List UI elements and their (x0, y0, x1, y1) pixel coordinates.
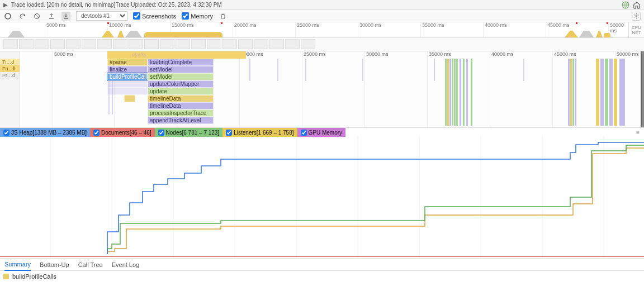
screenshot-thumb[interactable] (176, 39, 190, 49)
track-profile[interactable]: Pr…d (0, 72, 20, 79)
summary-panel: buildProfileCalls (0, 271, 644, 282)
overview-marker (607, 22, 608, 24)
activity-region[interactable] (596, 51, 629, 127)
overview-tick: 35000 ms (420, 22, 444, 37)
legend-more-icon[interactable]: ≡ (636, 130, 644, 136)
screenshot-thumb[interactable] (207, 39, 221, 49)
resize-handle[interactable] (641, 51, 644, 127)
chart-line-listeners (107, 148, 644, 254)
screenshot-thumb[interactable] (50, 39, 65, 49)
screenshot-thumb[interactable] (238, 39, 253, 49)
performance-toolbar: devtools #1 Screenshots Memory (0, 10, 644, 22)
download-icon[interactable] (61, 12, 70, 21)
overview-activity (8, 31, 25, 37)
screenshot-thumb[interactable] (285, 39, 300, 49)
screenshot-thumb[interactable] (3, 39, 18, 49)
screenshot-thumb[interactable] (82, 39, 96, 49)
flame-cell[interactable]: update (148, 88, 214, 95)
track-timings[interactable]: Ti…d (0, 59, 20, 65)
screenshot-thumb[interactable] (301, 39, 315, 49)
status-text: Trace loaded. [20m no detail, no minimap… (11, 2, 222, 8)
track-labels: Ti…d Fu…ll Pr…d (0, 51, 20, 127)
globe-icon[interactable] (622, 1, 629, 9)
flame-cell-selected[interactable]: buildProfileCalls (107, 73, 148, 80)
upload-icon[interactable] (47, 12, 56, 21)
svg-point-1 (5, 13, 11, 19)
flame-cell[interactable] (107, 88, 148, 95)
screenshot-thumb[interactable] (269, 39, 284, 49)
net-label: NET (629, 30, 644, 35)
legend-gpu[interactable]: GPU Memory (297, 128, 346, 137)
flame-cell[interactable]: finalize (107, 66, 148, 73)
legend-listeners[interactable]: Listeners[1 669 – 1 758] (222, 128, 297, 137)
screenshot-thumb[interactable] (113, 39, 127, 49)
screenshot-thumb[interactable] (160, 39, 174, 49)
detail-tabs: Summary Bottom-Up Call Tree Event Log (0, 259, 644, 271)
home-icon[interactable] (633, 1, 641, 9)
screenshot-thumb[interactable] (35, 39, 49, 49)
timeline-overview[interactable]: 5000 ms 10000 ms 15000 ms 20000 ms 25000… (0, 22, 644, 38)
screenshot-thumb[interactable] (254, 39, 268, 49)
flame-cell[interactable]: loadingComplete (148, 59, 214, 66)
tab-call-tree[interactable]: Call Tree (78, 259, 103, 270)
clear-icon[interactable] (32, 12, 41, 21)
flame-cell[interactable]: setModel (148, 66, 214, 73)
overview-tick: 40000 ms (483, 22, 507, 37)
summary-swatch (3, 274, 9, 279)
overview-activity (565, 31, 615, 37)
tab-event-log[interactable]: Event Log (112, 259, 140, 270)
memory-legend: JS Heap[1388 MB – 2385 MB] Documents[46 … (0, 128, 644, 137)
legend-nodes[interactable]: Nodes[6 781 – 7 123] (155, 128, 223, 137)
cpu-label: CPU (629, 25, 644, 30)
screenshot-thumb[interactable] (129, 39, 143, 49)
flame-cell[interactable]: #parse (107, 59, 148, 66)
screenshot-thumb[interactable] (144, 39, 159, 49)
overview-tick: 5000 ms (45, 22, 66, 37)
overview-tick: 30000 ms (358, 22, 382, 37)
screenshot-thumb[interactable] (222, 39, 237, 49)
microtasks-label: otasks (132, 52, 146, 58)
trash-icon[interactable] (219, 12, 228, 21)
gear-icon[interactable] (632, 12, 641, 21)
play-icon[interactable]: ▶ (3, 2, 8, 8)
flame-cell[interactable]: timelineData (148, 102, 214, 109)
screenshot-strip[interactable] (0, 38, 644, 51)
record-icon[interactable] (3, 12, 12, 21)
legend-js-heap[interactable]: JS Heap[1388 MB – 2385 MB] (0, 128, 90, 137)
track-full[interactable]: Fu…ll (0, 65, 20, 72)
flame-cell[interactable]: timelineData (148, 95, 214, 102)
chart-line-nodes (107, 145, 644, 253)
chart-line-js-heap (107, 142, 644, 254)
overview-marker (576, 22, 577, 24)
overview-marker (221, 22, 222, 24)
activity-region[interactable] (568, 51, 579, 127)
overview-tick: 20000 ms (233, 22, 257, 37)
flame-cell[interactable]: appendTrackAtLevel (148, 117, 214, 124)
flame-cell[interactable] (124, 95, 135, 102)
flame-cell[interactable]: setModel (148, 73, 214, 80)
screenshots-checkbox[interactable]: Screenshots (133, 12, 176, 20)
screenshot-thumb[interactable] (19, 39, 34, 49)
svg-point-3 (636, 15, 637, 17)
memory-chart[interactable] (0, 137, 644, 259)
status-bar: ▶ Trace loaded. [20m no detail, no minim… (0, 0, 644, 10)
flame-cell[interactable]: updateColorMapper (148, 80, 214, 88)
context-dropdown[interactable]: devtools #1 (76, 11, 127, 21)
reload-icon[interactable] (18, 12, 27, 21)
tab-summary[interactable]: Summary (4, 259, 31, 271)
overview-activity (102, 31, 225, 37)
overview-marker (107, 22, 109, 24)
screenshot-thumb[interactable] (97, 39, 112, 49)
overview-tick: 25000 ms (295, 22, 319, 37)
flame-cell[interactable]: processInspectorTrace (148, 109, 214, 117)
screenshot-thumb[interactable] (191, 39, 206, 49)
flame-cell[interactable] (107, 80, 148, 88)
screenshot-thumb[interactable] (66, 39, 80, 49)
summary-function-name: buildProfileCalls (12, 273, 56, 280)
legend-documents[interactable]: Documents[46 – 46] (90, 128, 155, 137)
tab-bottom-up[interactable]: Bottom-Up (40, 259, 69, 270)
activity-region[interactable] (444, 51, 477, 127)
flame-chart[interactable]: Ti…d Fu…ll Pr…d 5000 ms 10000 ms 15000 m… (0, 51, 644, 128)
memory-checkbox[interactable]: Memory (182, 12, 213, 20)
task-band[interactable] (107, 51, 246, 59)
